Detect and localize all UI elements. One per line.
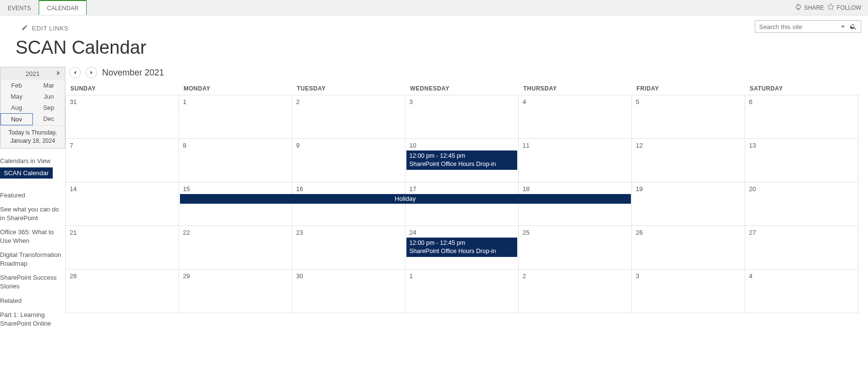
day-number: 3 [405,95,518,108]
day-cell[interactable]: 22 [179,226,292,270]
day-cell[interactable]: 9 [292,139,405,182]
day-number: 2 [519,270,631,283]
day-cell[interactable]: 1012:00 pm - 12:45 pmSharePoint Office H… [405,139,519,182]
day-number: 24 [405,226,518,239]
day-cell[interactable]: 23 [292,226,405,270]
day-cell[interactable]: 2 [292,95,405,139]
search-input[interactable] [755,20,861,33]
mini-month-dec[interactable]: Dec [33,113,65,125]
day-cell[interactable]: 28 [66,270,179,313]
calendar-overlay-item[interactable]: SCAN Calendar [0,167,53,179]
day-cell[interactable]: 1 [405,270,519,313]
edit-links[interactable]: EDIT LINKS [32,25,69,32]
day-number: 3 [632,270,745,283]
day-cell[interactable]: 2 [519,270,632,313]
ribbon-tabs: EVENTS CALENDAR [0,0,87,15]
mini-year-header[interactable]: 2021 [0,67,65,80]
day-number: 7 [66,139,179,152]
calendars-in-view-label: Calendars in View [0,155,65,167]
day-number: 13 [745,139,858,152]
day-number: 14 [66,182,179,195]
follow-button[interactable]: FOLLOW [827,3,861,12]
day-cell[interactable]: 20 [745,182,858,226]
day-header: THURSDAY [519,82,632,95]
calendar-grid-wrap: SUNDAYMONDAYTUESDAYWEDNESDAYTHURSDAYFRID… [65,82,858,313]
day-cell[interactable]: 11 [519,139,632,182]
tab-events[interactable]: EVENTS [0,0,39,15]
mini-month-feb[interactable]: Feb [0,80,33,91]
day-cell[interactable]: 29 [179,270,292,313]
day-cell[interactable]: 19 [632,182,745,226]
day-cell[interactable]: 12 [632,139,745,182]
day-cell[interactable]: 21 [66,226,179,270]
mini-month-sep[interactable]: Sep [33,102,65,113]
search-go-button[interactable] [850,23,857,32]
day-number: 2 [292,95,405,108]
day-number: 12 [632,139,745,152]
mini-month-jun[interactable]: Jun [33,91,65,102]
refresh-share-icon [794,3,802,12]
day-cell[interactable]: 16 [292,182,405,226]
next-month-button[interactable] [86,67,97,78]
day-number: 19 [632,182,745,195]
day-cell[interactable]: 26 [632,226,745,270]
event-sharepoint-hours[interactable]: 12:00 pm - 12:45 pmSharePoint Office Hou… [406,150,517,170]
share-button[interactable]: SHARE [794,3,824,12]
day-number: 26 [632,226,745,239]
search-box [755,20,861,33]
day-cell[interactable]: 5 [632,95,745,139]
search-scope-dropdown-icon[interactable] [841,26,845,28]
day-cell[interactable]: 8 [179,139,292,182]
prev-month-button[interactable] [69,67,81,78]
star-icon [827,3,835,12]
sidebar-link-4[interactable]: SharePoint Success Stories [0,270,65,293]
mini-month-may[interactable]: May [0,91,33,102]
day-cell[interactable]: 18 [519,182,632,226]
day-cell[interactable]: 14 [66,182,179,226]
day-cell[interactable]: 3 [405,95,519,139]
event-sharepoint-hours[interactable]: 12:00 pm - 12:45 pmSharePoint Office Hou… [406,238,517,257]
day-number: 1 [405,270,518,283]
day-number: 31 [66,95,179,108]
day-number: 25 [519,226,631,239]
mini-month-mar[interactable]: Mar [33,80,65,91]
day-cell[interactable]: 4 [745,270,858,313]
today-label[interactable]: Today is Thursday, January 18, 2024 [0,125,65,148]
ribbon-actions: SHARE FOLLOW [794,0,868,15]
day-cell[interactable]: 13 [745,139,858,182]
top-nav: EDIT LINKS [0,15,868,35]
day-cell[interactable]: 17 [405,182,519,226]
sidebar-link-6[interactable]: Part 1: Learning SharePoint Online [0,308,65,330]
event-title: SharePoint Office Hours Drop-in [409,247,514,255]
day-cell[interactable]: 27 [745,226,858,270]
event-holiday[interactable]: Holiday [180,194,631,204]
day-cell[interactable]: 15 [179,182,292,226]
day-cell[interactable]: 4 [519,95,632,139]
day-cell[interactable]: 1 [179,95,292,139]
sidebar-link-2[interactable]: Office 365: What to Use When [0,225,65,248]
day-cell[interactable]: 3 [632,270,745,313]
mini-month-aug[interactable]: Aug [0,102,33,113]
mini-month-nov[interactable]: Nov [0,113,33,125]
day-header: FRIDAY [632,82,745,95]
day-number: 29 [179,270,292,283]
event-time: 12:00 pm - 12:45 pm [409,152,514,160]
sidebar-link-1[interactable]: See what you can do in SharePoint [0,202,65,225]
day-number: 28 [66,270,179,283]
calendar-month-title: November 2021 [102,68,164,78]
day-number: 4 [519,95,631,108]
sidebar-link-5[interactable]: Related [0,294,65,308]
sidebar-link-3[interactable]: Digital Transformation Roadmap [0,248,65,270]
mini-next-icon[interactable] [57,71,60,75]
day-cell[interactable]: 7 [66,139,179,182]
day-cell[interactable]: 30 [292,270,405,313]
tab-calendar[interactable]: CALENDAR [39,0,87,15]
day-cell[interactable]: 6 [745,95,858,139]
day-cell[interactable]: 2412:00 pm - 12:45 pmSharePoint Office H… [405,226,519,270]
day-header: WEDNESDAY [405,82,519,95]
day-cell[interactable]: 25 [519,226,632,270]
calendar-header: November 2021 [65,67,858,82]
day-cell[interactable]: 31 [66,95,179,139]
follow-label: FOLLOW [837,4,861,11]
sidebar-link-0[interactable]: Featured [0,188,65,203]
